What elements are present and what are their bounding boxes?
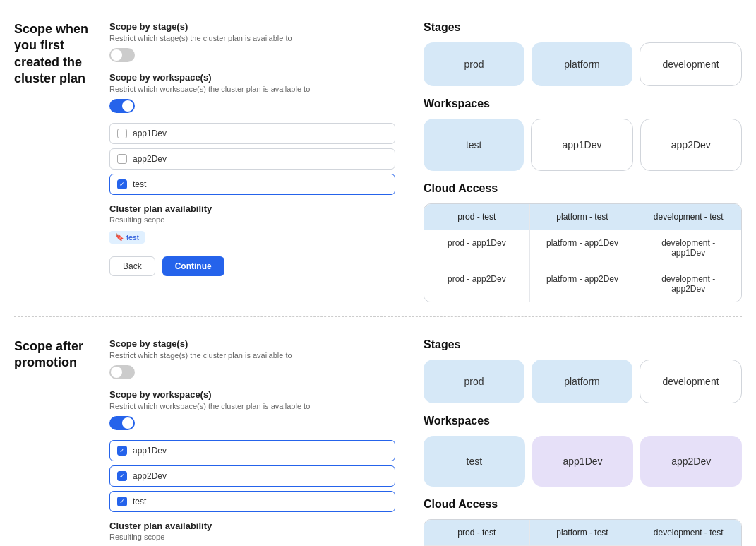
top-avail-sub: Resulting scope <box>109 215 395 224</box>
top-workspace-toggle[interactable] <box>109 99 135 113</box>
bottom-ws-app2Dev: app2Dev <box>640 436 742 487</box>
bottom-left-panel: Scope after promotion Scope by stage(s) … <box>14 338 395 546</box>
top-checkbox-icon-app2Dev <box>117 154 127 164</box>
top-cloud-cell-1: platform - test <box>530 204 636 230</box>
bottom-checkbox-label-app2Dev: app2Dev <box>133 471 167 481</box>
top-cloud-cell-6: prod - app2Dev <box>424 266 530 302</box>
main-container: Scope when you first created the cluster… <box>0 0 756 546</box>
bottom-stage-development-label: development <box>662 376 719 387</box>
bottom-avail-sub: Resulting scope <box>109 533 395 541</box>
bottom-form-area: Scope by stage(s) Restrict which stage(s… <box>109 338 395 546</box>
top-stage-title: Scope by stage(s) <box>109 21 395 32</box>
top-ws-test-label: test <box>466 139 482 150</box>
bottom-stage-platform: platform <box>532 360 632 403</box>
top-cloud-cell-8: development - app2Dev <box>635 266 741 302</box>
bottom-cloud-grid: prod - test platform - test development … <box>424 520 741 546</box>
bottom-checkbox-app2Dev[interactable]: app2Dev <box>109 465 395 487</box>
top-left-panel: Scope when you first created the cluster… <box>14 21 395 302</box>
top-stage-prod-label: prod <box>464 59 484 70</box>
top-cloud-cell-4: platform - app1Dev <box>530 230 636 266</box>
bottom-stage-subtitle: Restrict which stage(s) the cluster plan… <box>109 351 395 360</box>
top-stages-title: Stages <box>424 21 742 34</box>
top-ws-app2Dev-label: app2Dev <box>671 139 711 150</box>
top-stage-grid: prod platform development <box>424 42 742 86</box>
top-cloud-grid: prod - test platform - test development … <box>424 204 741 302</box>
bottom-ws-app1Dev-label: app1Dev <box>563 456 602 467</box>
top-cloud-title: Cloud Access <box>424 182 742 195</box>
top-cloud-cell-3: prod - app1Dev <box>424 230 530 266</box>
top-stage-prod: prod <box>424 42 524 86</box>
bottom-cloud-title: Cloud Access <box>424 498 742 511</box>
top-scope-tag-test: 🔖 test <box>109 231 145 244</box>
bottom-cloud-cell-2: development - test <box>635 520 741 546</box>
top-button-row: Back Continue <box>109 256 395 276</box>
bottom-workspace-subtitle: Restrict which workspace(s) the cluster … <box>109 402 395 410</box>
top-ws-app1Dev: app1Dev <box>531 119 632 171</box>
bottom-stage-platform-label: platform <box>564 376 600 387</box>
top-checkbox-app1Dev[interactable]: app1Dev <box>109 123 395 144</box>
tag-label-test: test <box>126 233 139 242</box>
bottom-ws-app1Dev: app1Dev <box>532 436 634 487</box>
bottom-workspace-grid: test app1Dev app2Dev <box>424 436 742 487</box>
top-right-panel: Stages prod platform development Workspa… <box>424 21 742 302</box>
top-workspace-title: Scope by workspace(s) <box>109 72 395 83</box>
tag-icon-test: 🔖 <box>115 233 124 241</box>
bottom-scope-label: Scope after promotion <box>14 338 95 372</box>
bottom-stage-grid: prod platform development <box>424 360 742 403</box>
top-checkbox-icon-test <box>117 179 127 189</box>
bottom-stages-title: Stages <box>424 338 742 351</box>
top-workspaces-title: Workspaces <box>424 97 742 110</box>
top-checkbox-icon-app1Dev <box>117 129 127 138</box>
top-workspace-subtitle: Restrict which workspace(s) the cluster … <box>109 85 395 93</box>
top-ws-app2Dev: app2Dev <box>640 119 742 171</box>
top-stage-toggle[interactable] <box>109 48 135 62</box>
top-checkbox-label-app2Dev: app2Dev <box>133 154 167 164</box>
bottom-avail-title: Cluster plan availability <box>109 521 395 531</box>
top-back-button[interactable]: Back <box>109 256 155 276</box>
top-section: Scope when you first created the cluster… <box>0 0 756 316</box>
bottom-checkbox-icon-app1Dev <box>117 446 127 456</box>
top-form-area: Scope by stage(s) Restrict which stage(s… <box>109 21 395 276</box>
bottom-stage-title: Scope by stage(s) <box>109 338 395 349</box>
bottom-right-panel: Stages prod platform development Workspa… <box>424 338 742 546</box>
top-cloud-cell-2: development - test <box>635 204 741 230</box>
top-stage-development-label: development <box>662 59 719 70</box>
top-stage-platform-label: platform <box>564 59 600 70</box>
top-ws-test: test <box>424 119 524 171</box>
bottom-ws-app2Dev-label: app2Dev <box>671 456 711 467</box>
top-ws-app1Dev-label: app1Dev <box>562 139 601 150</box>
bottom-availability: Cluster plan availability Resulting scop… <box>109 521 395 546</box>
bottom-checkbox-label-test: test <box>133 497 146 506</box>
top-availability: Cluster plan availability Resulting scop… <box>109 203 395 247</box>
bottom-workspace-toggle[interactable] <box>109 416 135 430</box>
top-checkbox-label-app1Dev: app1Dev <box>133 129 167 138</box>
bottom-stage-development: development <box>640 360 742 403</box>
top-continue-button[interactable]: Continue <box>162 256 224 276</box>
top-stage-platform: platform <box>532 42 632 86</box>
bottom-checkbox-icon-test <box>117 497 127 506</box>
top-stage-development: development <box>640 42 742 86</box>
bottom-checkbox-label-app1Dev: app1Dev <box>133 446 167 456</box>
top-cloud-cell-7: platform - app2Dev <box>530 266 636 302</box>
bottom-stage-prod: prod <box>424 360 524 403</box>
bottom-workspaces-title: Workspaces <box>424 415 742 427</box>
top-cloud-container: prod - test platform - test development … <box>424 203 742 302</box>
bottom-checkbox-test[interactable]: test <box>109 491 395 512</box>
top-avail-title: Cluster plan availability <box>109 203 395 214</box>
top-checkbox-label-test: test <box>133 179 146 189</box>
bottom-stage-toggle[interactable] <box>109 365 135 379</box>
top-checkbox-app2Dev[interactable]: app2Dev <box>109 148 395 170</box>
bottom-cloud-cell-0: prod - test <box>424 520 530 546</box>
top-workspace-grid: test app1Dev app2Dev <box>424 119 742 171</box>
bottom-ws-test-label: test <box>467 456 483 467</box>
bottom-checkbox-app1Dev[interactable]: app1Dev <box>109 440 395 461</box>
bottom-stage-prod-label: prod <box>464 376 484 387</box>
top-stage-subtitle: Restrict which stage(s) the cluster plan… <box>109 34 395 42</box>
bottom-checkbox-icon-app2Dev <box>117 471 127 481</box>
bottom-cloud-cell-1: platform - test <box>530 520 636 546</box>
bottom-ws-test: test <box>424 436 525 487</box>
top-cloud-cell-5: development - app1Dev <box>635 230 741 266</box>
top-checkbox-test[interactable]: test <box>109 174 395 195</box>
bottom-section: Scope after promotion Scope by stage(s) … <box>0 317 756 546</box>
top-scope-label: Scope when you first created the cluster… <box>14 21 95 88</box>
